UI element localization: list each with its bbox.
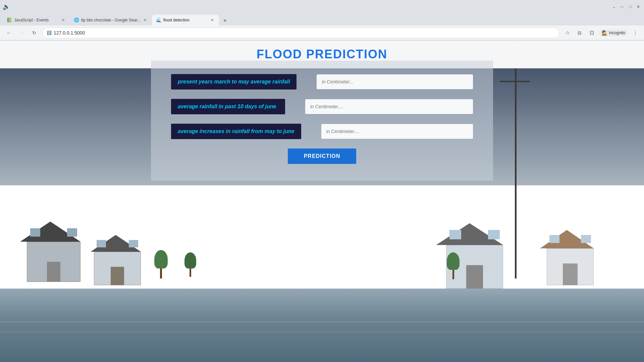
house-right1 <box>446 223 503 289</box>
reload-btn[interactable]: ↻ <box>30 28 39 38</box>
prediction-button[interactable]: PREDICTION <box>288 148 357 164</box>
tab-title-js: JavaScript - Events <box>14 18 58 22</box>
house-left-window <box>30 228 40 237</box>
form-row-june-past: average rainfall in past 10 days of june <box>171 99 473 114</box>
form-actions: PREDICTION <box>171 148 473 164</box>
tree-2 <box>184 252 196 277</box>
browser-actions: ☆ ⊟ ⊡ 🕵 Incognito ⋮ <box>563 28 640 38</box>
input-march-may[interactable] <box>317 74 473 89</box>
house-center-left <box>94 235 141 285</box>
house-left-door <box>47 262 60 282</box>
minimize-btn[interactable]: ─ <box>619 4 625 10</box>
house-cl-door <box>111 267 124 285</box>
house-r2-door <box>563 263 578 285</box>
house-cl-body <box>94 252 141 285</box>
incognito-badge[interactable]: 🕵 Incognito <box>599 29 628 36</box>
address-bar: ← → ↻ ℹ️ 127.0.0.1:5000 ☆ ⊟ ⊡ 🕵 Incognit… <box>0 25 644 40</box>
house-right2 <box>547 230 594 285</box>
water-ripple-3 <box>0 331 644 332</box>
house-r1-roof <box>436 223 503 245</box>
house-r1-door <box>466 265 483 289</box>
house-left-window2 <box>67 228 77 237</box>
url-bar[interactable]: ℹ️ 127.0.0.1:5000 <box>42 27 559 38</box>
new-tab-btn[interactable]: + <box>220 16 230 25</box>
page-title: FLOOD PREDICTION <box>0 47 644 61</box>
url-text: 127.0.0.1:5000 <box>54 30 85 36</box>
tab-google[interactable]: 🌐 tip bits chocolate - Google Sear... ✕ <box>70 15 152 25</box>
cast-btn[interactable]: ⊟ <box>575 28 584 38</box>
label-march-may: present years march to may average rainf… <box>171 74 297 89</box>
water-overlay <box>0 289 644 362</box>
tree-3 <box>447 252 460 279</box>
house-r1-win2 <box>488 230 500 239</box>
lock-icon: ℹ️ <box>47 31 52 35</box>
house-cl-win2 <box>129 240 138 247</box>
house-cl-win <box>97 240 106 247</box>
house-r2-win <box>549 235 559 243</box>
tab-js-events[interactable]: 📗 JavaScript - Events ✕ <box>3 15 70 25</box>
water-ripple-1 <box>0 321 644 322</box>
house-cl-roof <box>91 235 141 252</box>
window-list-btn[interactable]: ⌄ <box>611 4 617 10</box>
tab-title-google: tip bits chocolate - Google Sear... <box>81 18 141 22</box>
form-row-march-may: present years march to may average rainf… <box>171 74 473 89</box>
label-may-june: average increases in rainfall from may t… <box>171 124 301 139</box>
water-ripple-2 <box>0 308 644 309</box>
form-row-may-june: average increases in rainfall from may t… <box>171 124 473 139</box>
maximize-btn[interactable]: □ <box>627 4 633 10</box>
input-june-past[interactable] <box>305 99 473 114</box>
house-left <box>27 222 80 282</box>
house-r1-win <box>449 230 461 239</box>
forward-btn[interactable]: → <box>17 28 26 38</box>
tab-close-google[interactable]: ✕ <box>143 17 148 23</box>
tab-flood[interactable]: 🌊 flood detection ✕ <box>152 15 219 25</box>
tree-1 <box>154 250 168 279</box>
tab-close-flood[interactable]: ✕ <box>210 17 215 23</box>
form-container: present years march to may average rainf… <box>151 61 493 181</box>
tab-close-js[interactable]: ✕ <box>60 17 66 23</box>
menu-btn[interactable]: ⋮ <box>631 28 640 38</box>
house-r2-body <box>547 248 594 285</box>
tabs-bar: 📗 JavaScript - Events ✕ 🌐 tip bits choco… <box>0 13 644 25</box>
title-bar: 🔈 ⌄ ─ □ ✕ <box>0 0 644 13</box>
house-r2-roof <box>540 230 594 248</box>
incognito-label: Incognito <box>609 31 625 35</box>
browser-chrome: 🔈 ⌄ ─ □ ✕ 📗 JavaScript - Events ✕ 🌐 tip … <box>0 0 644 41</box>
bookmark-btn[interactable]: ☆ <box>563 28 572 38</box>
back-btn[interactable]: ← <box>4 28 13 38</box>
title-bar-controls: ⌄ ─ □ ✕ <box>611 4 641 10</box>
sound-icon[interactable]: 🔈 <box>3 3 10 10</box>
input-may-june[interactable] <box>321 124 473 139</box>
tab-favicon-flood: 🌊 <box>156 17 161 23</box>
page-content: FLOOD PREDICTION present years march to … <box>0 41 644 362</box>
house-r1-body <box>446 245 503 289</box>
label-june-past: average rainfall in past 10 days of june <box>171 99 285 114</box>
tab-title-flood: flood detection <box>163 18 208 22</box>
incognito-icon: 🕵 <box>602 30 607 36</box>
tab-favicon-google: 🌐 <box>74 17 79 23</box>
tab-favicon-js: 📗 <box>7 17 12 23</box>
house-left-roof <box>20 222 80 242</box>
close-btn[interactable]: ✕ <box>635 4 641 10</box>
house-r2-win2 <box>581 235 591 243</box>
house-left-body <box>27 242 80 282</box>
split-view-btn[interactable]: ⊡ <box>587 28 596 38</box>
